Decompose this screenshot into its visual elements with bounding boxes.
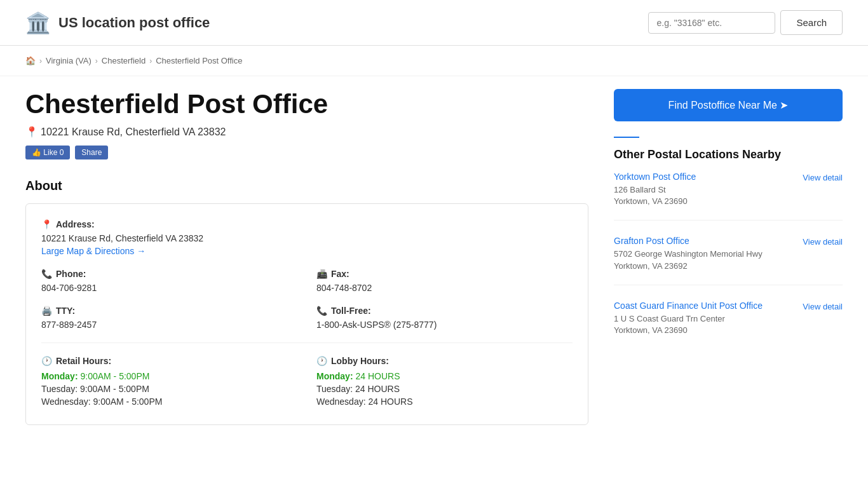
address-text: 10221 Krause Rd, Chesterfield VA 23832 [41,126,226,138]
breadcrumb-sep-2: › [95,57,98,65]
fax-value: 804-748-8702 [316,283,573,293]
lobby-monday-row: Monday: 24 HOURS [316,371,573,381]
page-title: Chesterfield Post Office [25,89,588,119]
nearby-info-2: Coast Guard Finance Unit Post Office 1 U… [614,301,763,336]
breadcrumb-current: Chesterfield Post Office [156,56,242,65]
fax-icon: 📠 [316,269,327,279]
retail-hours-label: 🕐 Retail Hours: [41,356,297,366]
retail-tuesday-row: Tuesday: 9:00AM - 5:00PM [41,384,297,394]
home-icon: 🏠 [25,56,36,65]
nearby-address-1: 5702 George Washington Memorial HwyYorkt… [614,248,763,271]
nearby-address-0: 126 Ballard StYorktown, VA 23690 [614,184,696,207]
site-logo-icon: 🏛️ [25,11,51,35]
header: 🏛️ US location post office Search [0,0,868,46]
lobby-clock-icon: 🕐 [316,356,327,366]
hours-grid: 🕐 Retail Hours: Monday: 9:00AM - 5:00PM … [41,342,573,409]
nearby-item-0: Yorktown Post Office 126 Ballard StYorkt… [614,172,843,220]
phone-label: 📞 Phone: [41,269,297,279]
lobby-tuesday-row: Tuesday: 24 HOURS [316,384,573,394]
address-pin-icon: 📍 [41,219,52,229]
facebook-share-button[interactable]: Share [75,146,108,159]
tollfree-icon: 📞 [316,306,327,316]
pin-icon: 📍 [25,126,38,138]
search-input[interactable] [648,12,775,34]
header-left: 🏛️ US location post office [25,11,210,35]
address-section: 📍 Address: 10221 Krause Rd, Chesterfield… [41,219,573,256]
site-title: US location post office [58,15,210,31]
nearby-info-1: Grafton Post Office 5702 George Washingt… [614,236,763,271]
map-directions-link[interactable]: Large Map & Directions → [41,246,146,256]
fax-item: 📠 Fax: 804-748-8702 [316,269,573,293]
facebook-buttons: 👍 Like 0 Share [25,146,588,159]
about-heading: About [25,179,588,193]
nearby-view-0[interactable]: View detail [803,173,843,182]
lobby-wednesday-row: Wednesday: 24 HOURS [316,396,573,407]
tty-value: 877-889-2457 [41,320,297,330]
tty-item: 🖨️ TTY: 877-889-2457 [41,306,297,330]
lobby-hours-section: 🕐 Lobby Hours: Monday: 24 HOURS Tuesday:… [316,356,573,409]
main-layout: Chesterfield Post Office 📍 10221 Krause … [0,89,868,425]
nearby-item-2: Coast Guard Finance Unit Post Office 1 U… [614,301,843,349]
clock-icon: 🕐 [41,356,52,366]
nearby-name-2[interactable]: Coast Guard Finance Unit Post Office [614,301,763,311]
lobby-monday-day: Monday: [316,371,353,381]
info-card: 📍 Address: 10221 Krause Rd, Chesterfield… [25,203,588,425]
retail-wednesday-row: Wednesday: 9:00AM - 5:00PM [41,396,297,407]
search-button[interactable]: Search [780,10,843,35]
tty-icon: 🖨️ [41,306,52,316]
fax-label: 📠 Fax: [316,269,573,279]
facebook-like-button[interactable]: 👍 Like 0 [25,146,70,159]
lobby-hours-label: 🕐 Lobby Hours: [316,356,573,366]
page-address: 📍 10221 Krause Rd, Chesterfield VA 23832 [25,126,588,138]
breadcrumb: 🏠 › Virginia (VA) › Chesterfield › Chest… [0,46,868,76]
nearby-heading: Other Postal Locations Nearby [614,148,843,161]
sidebar-divider [614,137,639,138]
nearby-view-1[interactable]: View detail [803,237,843,247]
breadcrumb-home-link[interactable]: 🏠 [25,56,36,65]
nearby-name-0[interactable]: Yorktown Post Office [614,172,696,182]
phone-value: 804-706-9281 [41,283,297,293]
nearby-name-1[interactable]: Grafton Post Office [614,236,689,246]
breadcrumb-sep-3: › [149,57,152,65]
retail-monday-row: Monday: 9:00AM - 5:00PM [41,371,297,381]
nearby-info-0: Yorktown Post Office 126 Ballard StYorkt… [614,172,696,207]
retail-monday-time: 9:00AM - 5:00PM [80,371,149,381]
header-right: Search [648,10,843,35]
address-label: 📍 Address: [41,219,573,229]
retail-monday-day: Monday: [41,371,78,381]
tollfree-value: 1-800-Ask-USPS® (275-8777) [316,320,573,330]
tollfree-label: 📞 Toll-Free: [316,306,573,316]
find-postoffice-button[interactable]: Find Postoffice Near Me ➤ [614,89,843,121]
retail-hours-section: 🕐 Retail Hours: Monday: 9:00AM - 5:00PM … [41,356,297,409]
nearby-item-1: Grafton Post Office 5702 George Washingt… [614,236,843,285]
sidebar: Find Postoffice Near Me ➤ Other Postal L… [614,89,843,425]
address-value: 10221 Krause Rd, Chesterfield VA 23832 [41,233,573,243]
breadcrumb-sep-1: › [39,57,42,65]
lobby-monday-time: 24 HOURS [355,371,400,381]
tty-label: 🖨️ TTY: [41,306,297,316]
breadcrumb-city-link[interactable]: Chesterfield [102,56,146,65]
phone-icon: 📞 [41,269,52,279]
nearby-address-2: 1 U S Coast Guard Trn CenterYorktown, VA… [614,313,763,336]
nearby-view-2[interactable]: View detail [803,302,843,311]
tollfree-item: 📞 Toll-Free: 1-800-Ask-USPS® (275-8777) [316,306,573,330]
content-left: Chesterfield Post Office 📍 10221 Krause … [25,89,588,425]
phone-item: 📞 Phone: 804-706-9281 [41,269,297,293]
breadcrumb-state-link[interactable]: Virginia (VA) [46,56,92,65]
contact-grid: 📞 Phone: 804-706-9281 📠 Fax: 804-748-870… [41,269,573,330]
